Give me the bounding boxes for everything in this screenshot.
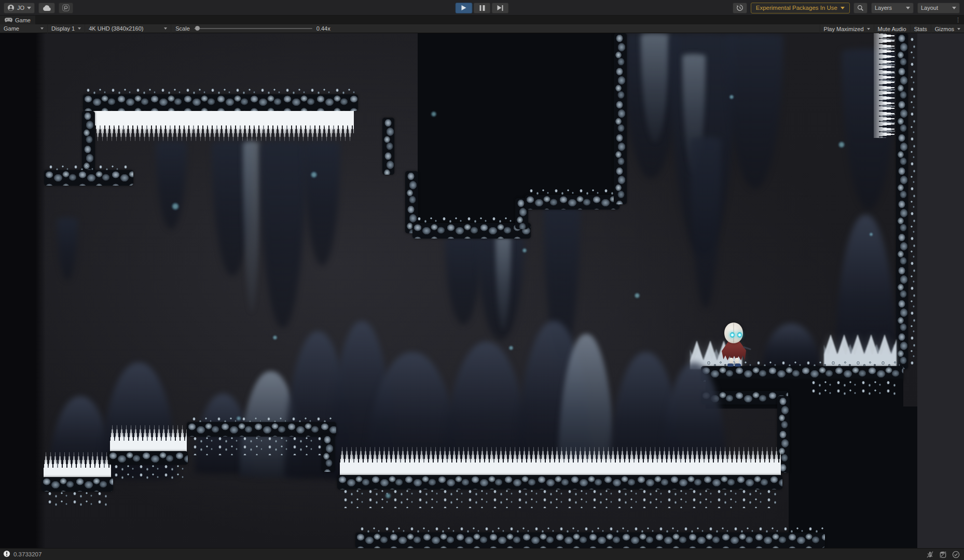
main-floor-cobbles <box>337 475 782 489</box>
ledge-pebbles <box>415 216 525 223</box>
stalactite <box>445 236 481 325</box>
account-label: JO <box>17 5 24 11</box>
person-icon <box>7 4 15 11</box>
scale-label: Scale <box>175 25 190 32</box>
mute-audio-toggle[interactable]: Mute Audio <box>874 24 910 33</box>
glow-dot <box>385 493 391 499</box>
tab-overflow-menu[interactable]: ⋮ <box>955 16 961 24</box>
version-control-button[interactable] <box>59 3 73 13</box>
display-dropdown[interactable]: Display 1 <box>48 24 85 33</box>
stalactite <box>57 218 78 280</box>
cloud-button[interactable] <box>38 3 55 13</box>
status-bar: 0.3733207 <box>0 548 964 560</box>
stalactite <box>690 137 721 308</box>
right-wall-cobbles <box>896 33 908 369</box>
gamepad-icon <box>5 17 12 23</box>
game-viewport[interactable] <box>0 33 964 548</box>
floor-debris <box>112 464 184 481</box>
platform-pebbles <box>809 380 898 395</box>
chevron-down-icon <box>952 7 956 9</box>
warning-label: Experimental Packages In Use <box>756 5 837 11</box>
layers-dropdown[interactable]: Layers <box>871 3 914 13</box>
stats-toggle[interactable]: Stats <box>910 24 931 33</box>
left-dark-band <box>0 33 46 548</box>
cache-server-disconnected-icon[interactable] <box>939 551 947 558</box>
gizmos-dropdown[interactable]: Gizmos <box>931 24 964 33</box>
tab-game[interactable]: Game <box>0 16 35 24</box>
platform-cobbles <box>83 94 358 111</box>
undo-history-button[interactable] <box>733 3 747 13</box>
search-button[interactable] <box>853 3 867 13</box>
character-eye <box>730 332 735 338</box>
glow-dot <box>171 202 180 211</box>
stalactite <box>304 141 340 265</box>
character-eye <box>737 332 742 338</box>
floor-cobbles <box>108 451 188 465</box>
game-mode-dropdown[interactable]: Game <box>0 24 48 33</box>
chevron-down-icon <box>40 27 44 30</box>
layout-label: Layout <box>921 5 938 11</box>
undo-history-icon <box>736 4 743 11</box>
pause-icon <box>479 5 485 11</box>
main-floor-debris <box>341 488 777 508</box>
step-icon <box>497 5 503 11</box>
player-character <box>720 323 747 367</box>
hanging-strip <box>382 118 394 175</box>
account-dropdown[interactable]: JO <box>4 3 35 13</box>
right-gray-band <box>917 33 964 548</box>
stalactite <box>259 141 306 328</box>
glow-dot <box>838 141 845 148</box>
floor-debris <box>46 491 109 506</box>
scale-slider-knob[interactable] <box>195 26 200 31</box>
search-icon <box>857 5 864 11</box>
chevron-down-icon <box>957 28 960 30</box>
stalactite-light <box>243 141 260 312</box>
play-maximized-label: Play Maximized <box>824 26 864 32</box>
debugger-disabled-icon[interactable] <box>926 551 934 558</box>
layout-dropdown[interactable]: Layout <box>917 3 960 13</box>
play-maximized-dropdown[interactable]: Play Maximized <box>820 24 874 33</box>
glow-dot <box>236 416 241 421</box>
step-button[interactable] <box>492 3 509 13</box>
resolution-label: 4K UHD (3840x2160) <box>89 25 143 32</box>
play-button[interactable] <box>456 3 473 13</box>
bottom-strip-cobbles <box>355 533 825 548</box>
stats-label: Stats <box>914 26 927 32</box>
glow-dot <box>310 171 318 178</box>
glow-dot <box>272 335 278 340</box>
experimental-packages-warning[interactable]: Experimental Packages In Use <box>751 3 850 13</box>
console-message-text[interactable]: 0.3733207 <box>13 551 42 557</box>
pause-button[interactable] <box>474 3 491 13</box>
ledge-edge <box>322 435 335 472</box>
mute-audio-label: Mute Audio <box>878 26 906 32</box>
glow-dot <box>729 94 734 100</box>
stalactite <box>726 33 783 189</box>
glow-dot <box>508 345 514 351</box>
display-label: Display 1 <box>51 25 75 32</box>
progress-ok-icon[interactable] <box>952 551 960 558</box>
console-message-icon[interactable] <box>3 550 10 558</box>
floor-spikes <box>110 425 187 453</box>
character-foot <box>727 363 734 367</box>
main-toolbar: JO <box>0 0 964 16</box>
layers-label: Layers <box>875 5 892 11</box>
gizmos-label: Gizmos <box>935 26 954 32</box>
chevron-down-icon <box>906 7 910 9</box>
chevron-down-icon <box>841 7 845 9</box>
middle-rock-interior <box>418 33 528 232</box>
wall-cobbles <box>614 33 627 204</box>
unity-editor-window: JO <box>0 0 964 560</box>
plastic-scm-icon <box>62 4 70 11</box>
main-floor-spikes <box>340 447 781 478</box>
tab-game-label: Game <box>15 17 31 23</box>
character-head <box>724 323 743 343</box>
resolution-dropdown[interactable]: 4K UHD (3840x2160) <box>85 24 171 33</box>
stalactite <box>156 141 187 229</box>
scale-slider[interactable] <box>194 28 312 29</box>
chevron-down-icon <box>164 27 167 30</box>
wall-spikes <box>874 33 897 138</box>
middle-rock-interior <box>526 33 615 204</box>
ledge-pebbles <box>527 188 616 195</box>
game-view-toolbar: Game Display 1 4K UHD (3840x2160) Scale … <box>0 24 964 33</box>
tab-bar: Game ⋮ <box>0 16 964 24</box>
